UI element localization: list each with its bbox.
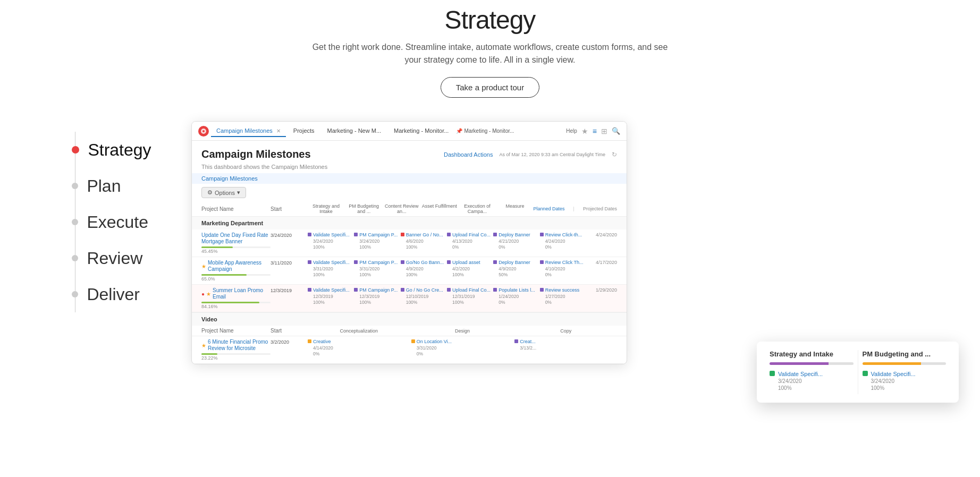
- tab-marketing-new[interactable]: Marketing - New M...: [322, 125, 386, 137]
- popup-col-2-item-1: Validate Specifi... 3/24/2020 100%: [863, 370, 947, 391]
- table-row-2: ★ Mobile App Awareness Campaign 65.0% 3/…: [192, 257, 627, 285]
- nav-item-review[interactable]: Review: [72, 240, 142, 276]
- row-2-stage-4-text: Upload asset: [452, 260, 480, 266]
- nav-item-plan[interactable]: Plan: [72, 168, 121, 204]
- row-2-stage-6: Review Click Th... 4/10/2020 0%: [540, 260, 585, 277]
- tab-close-icon[interactable]: ✕: [276, 128, 281, 134]
- row-1-project: Update One Day Fixed Rate Mortgage Banne…: [201, 232, 271, 254]
- row-2-stage-5-date: 4/9/2020: [499, 266, 530, 271]
- row-1-start: 3/24/2020: [271, 232, 308, 238]
- row-1-stage-2-date: 3/24/2020: [359, 238, 398, 244]
- row-3-stage-4-text: Upload Final Co...: [452, 287, 491, 293]
- row-2-stage-3-pct: 100%: [406, 272, 444, 277]
- help-link[interactable]: Help: [566, 128, 577, 134]
- row-3-stage-1: Validate Specifi... 12/3/2019 100%: [308, 287, 353, 305]
- header-section: Strategy Get the right work done. Stream…: [304, 5, 676, 98]
- video-th-project: Project Name: [201, 328, 271, 334]
- video-th-stage-1: Conceptualization: [308, 328, 410, 334]
- row-1-stage-5: Deploy Banner 4/21/2020 0%: [493, 232, 538, 250]
- row-1-stage-1-date: 3/24/2020: [313, 238, 350, 244]
- nav-item-execute[interactable]: Execute: [72, 204, 148, 240]
- tab-projects[interactable]: Projects: [288, 125, 320, 137]
- row-1-stage-3-dot: [401, 233, 404, 236]
- row-2-stage-3-date: 4/9/2020: [406, 266, 444, 271]
- row-3-stage-6-date: 1/27/2020: [545, 294, 580, 299]
- popup-col-1-dot: [770, 371, 775, 376]
- options-label: Options: [215, 190, 235, 196]
- screenshot-area: Campaign Milestones ✕ Projects Marketing…: [191, 121, 927, 387]
- star-icon[interactable]: ★: [581, 127, 588, 135]
- nav-dot-review: [72, 255, 78, 261]
- tab-marketing-monitor[interactable]: Marketing - Monitor...: [388, 125, 454, 137]
- video-row-1-stage-3-dot: [514, 339, 518, 343]
- list-view-icon[interactable]: ≡: [593, 127, 597, 135]
- popup-col-2-bar: [863, 362, 947, 365]
- popup-col-1-title: Strategy and Intake: [770, 350, 854, 358]
- unpin-link[interactable]: 📌 Marketing - Monitor...: [456, 128, 514, 134]
- nav-label-execute: Execute: [87, 214, 148, 231]
- th-stage-5: Execution of Campa...: [459, 203, 495, 214]
- row-3-stage-3: Go / No Go Cre... 12/10/2019 100%: [401, 287, 446, 305]
- left-nav: Strategy Plan Execute Review Deliver: [53, 121, 170, 312]
- row-2-stage-1-pct: 100%: [313, 272, 350, 277]
- row-2-stage-1-date: 3/31/2020: [313, 266, 350, 271]
- video-row-1-stage-1-dot: [308, 339, 311, 343]
- nav-label-review: Review: [87, 250, 142, 267]
- row-1-stage-2-pct: 100%: [359, 244, 398, 250]
- nav-dot-strategy: [72, 146, 79, 154]
- row-1-stage-6-dot: [540, 233, 544, 236]
- video-th-stage-2: Design: [411, 328, 514, 334]
- popup-col-2-item-pct: 100%: [871, 385, 916, 391]
- row-2-stage-1-dot: [308, 260, 311, 264]
- video-th-stage-3: Copy: [514, 328, 617, 334]
- dashboard-actions-label[interactable]: Dashboard Actions: [444, 151, 493, 158]
- row-2-stage-4-pct: 100%: [452, 272, 480, 277]
- row-1-stage-4-pct: 0%: [452, 244, 491, 250]
- row-1-progress-bar: [201, 246, 271, 248]
- row-2-stage-3: Go/No Go Bann... 4/9/2020 100%: [401, 260, 446, 277]
- row-3-stage-5-date: 1/24/2020: [499, 294, 535, 299]
- row-3-stage-1-dot: [308, 288, 311, 292]
- video-row-1-bar: [201, 353, 271, 355]
- grid-view-icon[interactable]: ⊞: [601, 127, 607, 135]
- th-stage-6: Measure: [496, 203, 533, 214]
- options-button[interactable]: ⚙ Options ▾: [201, 187, 246, 198]
- table-row-1: Update One Day Fixed Rate Mortgage Banne…: [192, 229, 627, 257]
- th-stages: Strategy and Intake PM Budgeting and ...…: [308, 203, 534, 214]
- row-1-stage-5-dot: [493, 233, 497, 236]
- video-row-1-pct: 23.22%: [201, 355, 271, 361]
- th-project: Project Name: [201, 206, 271, 212]
- pin-icon: 📌: [456, 128, 462, 134]
- refresh-icon[interactable]: ↻: [612, 151, 617, 158]
- tour-button[interactable]: Take a product tour: [441, 77, 539, 98]
- nav-actions: Help ★ ≡ ⊞ 🔍: [566, 127, 620, 135]
- row-3-stage-5-pct: 0%: [499, 300, 535, 305]
- video-row-1-fill: [201, 353, 217, 355]
- table-header-row: Project Name Start Strategy and Intake P…: [192, 201, 627, 217]
- row-3-progress-fill: [201, 302, 259, 303]
- row-3-project-name[interactable]: Summer Loan Promo Email: [213, 287, 271, 300]
- video-row-1-stage-2-dot: [411, 339, 415, 343]
- th-separator: |: [573, 206, 575, 211]
- nav-item-strategy[interactable]: Strategy: [72, 132, 151, 168]
- video-row-1-stage-2-date: 3/31/2020: [417, 345, 452, 351]
- row-3-stage-6-pct: 0%: [545, 300, 580, 305]
- row-1-stage-5-date: 4/21/2020: [499, 238, 530, 244]
- row-2-project-name[interactable]: Mobile App Awareness Campaign: [208, 260, 271, 272]
- row-1-stages: Validate Specifi... 3/24/2020 100% PM C: [308, 232, 585, 250]
- video-row-1-project-name[interactable]: 6 Minute Financial Promo Review for Micr…: [208, 339, 271, 352]
- tab-campaign-milestones[interactable]: Campaign Milestones ✕: [211, 125, 286, 137]
- nav-item-deliver[interactable]: Deliver: [72, 276, 140, 312]
- popup-col-1-item-pct: 100%: [778, 385, 823, 391]
- search-icon[interactable]: 🔍: [612, 127, 620, 135]
- row-1-stage-1: Validate Specifi... 3/24/2020 100%: [308, 232, 353, 250]
- row-2-stage-5: Deploy Banner 4/9/2020 50%: [493, 260, 538, 277]
- row-2-stage-2-text: PM Campaign P...: [359, 260, 398, 266]
- row-2-pct: 65.0%: [201, 276, 271, 282]
- th-stage-3: Content Review an...: [383, 203, 420, 214]
- row-1-project-name[interactable]: Update One Day Fixed Rate Mortgage Banne…: [201, 232, 271, 245]
- row-1-stage-2-dot: [354, 233, 358, 236]
- row-2-completion: 4/17/2020: [585, 260, 617, 265]
- video-row-1-star-icon: ★: [201, 343, 206, 348]
- row-3-stage-1-date: 12/3/2019: [313, 294, 350, 299]
